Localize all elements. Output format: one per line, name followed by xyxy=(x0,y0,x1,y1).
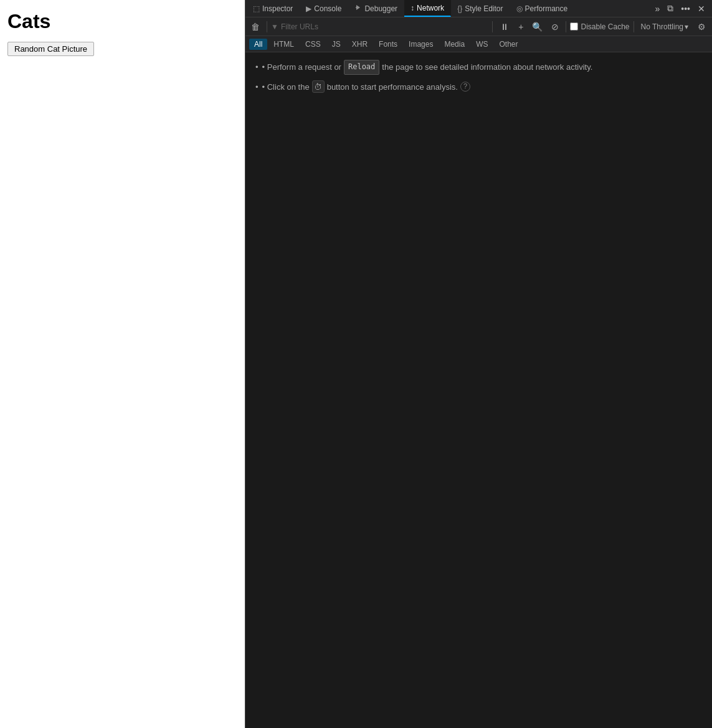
type-filter-bar: All HTML CSS JS XHR Fonts Images Media W… xyxy=(245,36,712,52)
tab-network[interactable]: ↕ Network xyxy=(404,0,451,17)
tab-console[interactable]: ▶ Console xyxy=(300,0,348,17)
reload-badge[interactable]: Reload xyxy=(344,60,379,75)
throttle-button[interactable]: No Throttling ▾ xyxy=(638,21,691,32)
tab-debugger[interactable]: Debugger xyxy=(348,0,404,17)
filter-other[interactable]: Other xyxy=(494,39,523,50)
debugger-icon xyxy=(354,4,362,13)
tab-performance-label: Performance xyxy=(525,4,568,13)
disable-cache-label[interactable]: Disable Cache xyxy=(570,22,629,31)
settings-button[interactable]: ⚙ xyxy=(694,21,710,33)
tab-debugger-label: Debugger xyxy=(364,4,397,13)
inspector-icon: ⬚ xyxy=(253,4,260,13)
bullet-1: • xyxy=(255,60,259,74)
info-text-2a: • Click on the xyxy=(262,80,310,94)
info-line-1: • • Perform a request or Reload the page… xyxy=(255,60,702,75)
perf-analysis-icon: ⏱ xyxy=(312,80,325,93)
performance-icon: ◎ xyxy=(516,4,523,13)
disable-cache-checkbox[interactable] xyxy=(570,22,578,31)
tab-style-editor-label: Style Editor xyxy=(465,4,503,13)
random-cat-button[interactable]: Random Cat Picture xyxy=(7,42,94,56)
clear-button[interactable]: 🗑 xyxy=(248,21,263,33)
toolbar-separator-1 xyxy=(267,21,267,32)
filter-html[interactable]: HTML xyxy=(268,39,299,50)
info-line-2: • • Click on the ⏱ button to start perfo… xyxy=(255,80,702,94)
tab-inspector[interactable]: ⬚ Inspector xyxy=(247,0,300,17)
tab-network-label: Network xyxy=(417,4,444,12)
more-options-button[interactable]: ••• xyxy=(678,2,693,15)
filter-urls-input[interactable] xyxy=(281,22,488,31)
filter-fonts[interactable]: Fonts xyxy=(374,39,402,50)
toolbar-separator-2 xyxy=(492,21,493,32)
filter-css[interactable]: CSS xyxy=(300,39,326,50)
disable-cache-text: Disable Cache xyxy=(581,22,629,31)
help-icon[interactable]: ? xyxy=(460,82,470,92)
tab-console-label: Console xyxy=(314,4,341,13)
filter-icon: ▼ xyxy=(271,22,278,31)
tab-performance[interactable]: ◎ Performance xyxy=(510,0,575,17)
filter-ws[interactable]: WS xyxy=(471,39,493,50)
page-title: Cats xyxy=(7,10,237,33)
info-text-1b: the page to see detailed information abo… xyxy=(382,60,592,74)
toolbar-separator-4 xyxy=(634,21,634,32)
devtools-toolbar: 🗑 ▼ ⏸ + 🔍 ⊘ Disable Cache No Throttling … xyxy=(245,17,712,36)
devtools-panel: ⬚ Inspector ▶ Console Debugger ↕ Network… xyxy=(245,0,712,728)
info-text-1a: • Perform a request or xyxy=(262,60,341,74)
webpage-panel: Cats Random Cat Picture xyxy=(0,0,245,728)
pause-button[interactable]: ⏸ xyxy=(496,21,513,33)
filter-xhr[interactable]: XHR xyxy=(347,39,373,50)
filter-media[interactable]: Media xyxy=(439,39,470,50)
style-editor-icon: {} xyxy=(457,4,462,13)
info-text-2b: button to start performance analysis. xyxy=(327,80,458,94)
network-main-area: • • Perform a request or Reload the page… xyxy=(245,52,712,728)
filter-all[interactable]: All xyxy=(249,39,267,50)
tab-inspector-label: Inspector xyxy=(262,4,293,13)
console-icon: ▶ xyxy=(306,4,311,13)
devtools-tab-bar: ⬚ Inspector ▶ Console Debugger ↕ Network… xyxy=(245,0,712,17)
trash-icon: 🗑 xyxy=(251,22,260,32)
add-button[interactable]: + xyxy=(515,21,526,33)
filter-images[interactable]: Images xyxy=(404,39,438,50)
tab-actions: » ⧉ ••• ✕ xyxy=(652,2,711,15)
throttle-chevron-icon: ▾ xyxy=(685,22,688,31)
close-devtools-button[interactable]: ✕ xyxy=(695,2,708,15)
block-button[interactable]: ⊘ xyxy=(548,21,562,33)
dock-button[interactable]: ⧉ xyxy=(664,2,676,15)
search-button[interactable]: 🔍 xyxy=(529,21,546,33)
filter-js[interactable]: JS xyxy=(327,39,346,50)
more-tabs-button[interactable]: » xyxy=(652,2,663,15)
bullet-2: • xyxy=(255,80,259,94)
toolbar-separator-3 xyxy=(566,21,566,32)
throttle-label: No Throttling xyxy=(641,22,683,31)
network-icon: ↕ xyxy=(411,4,414,12)
tab-style-editor[interactable]: {} Style Editor xyxy=(451,0,510,17)
